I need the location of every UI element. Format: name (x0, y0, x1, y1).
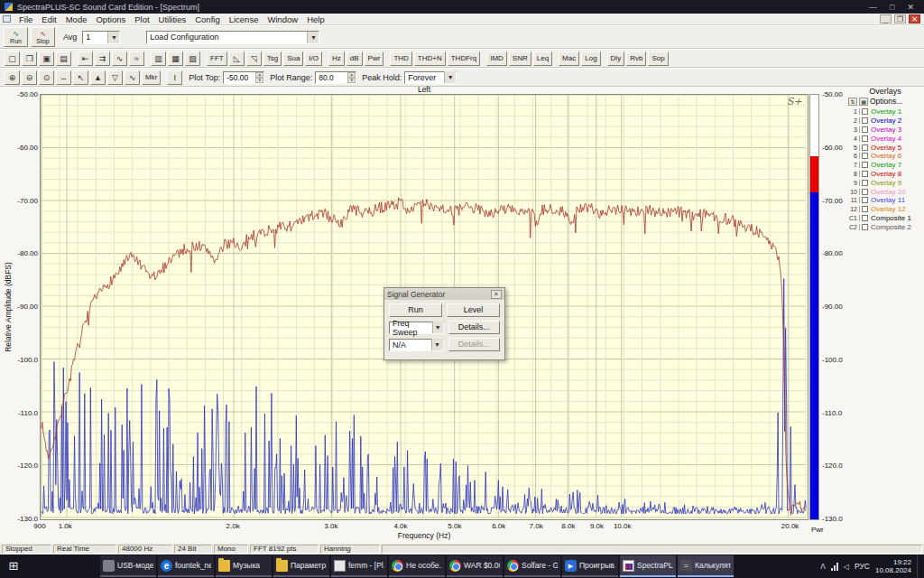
overlay-checkbox[interactable] (862, 180, 868, 186)
network-icon[interactable] (831, 563, 838, 571)
overlay-number[interactable]: 6 (848, 153, 860, 159)
stop-button[interactable]: ∿ Stop (31, 27, 55, 47)
thd-button[interactable]: THD (390, 51, 411, 66)
generator-details-button[interactable]: Details... (448, 321, 501, 334)
dly-button[interactable]: Dly (607, 51, 625, 66)
pan-icon[interactable]: ↔ (56, 70, 71, 85)
clock[interactable]: 19:22 10.08.2024 (875, 558, 911, 574)
taskbar-item[interactable]: efountek_ne... (158, 555, 214, 577)
surface-plot-icon[interactable]: ◹ (246, 51, 262, 66)
generator-mode2-select[interactable]: N/A ▼ (389, 339, 444, 351)
mdi-window-icon[interactable] (3, 15, 11, 23)
menu-item-window[interactable]: Window (263, 14, 302, 24)
octave-plot-icon[interactable]: ▦ (168, 51, 183, 66)
overlay-checkbox[interactable] (862, 126, 868, 133)
taskbar-item[interactable]: Solfare - G... (504, 555, 560, 577)
tray-expand-icon[interactable]: ᐱ (820, 563, 825, 571)
thd-freq-button[interactable]: THDFrq (448, 51, 480, 66)
zoom-in-icon[interactable]: ⊕ (5, 70, 20, 85)
save-icon[interactable]: ▣ (39, 51, 54, 66)
trace-icon[interactable]: ∿ (125, 70, 140, 85)
thd-n-button[interactable]: THD+N (414, 51, 446, 66)
avg-select[interactable]: 1 ▼ (82, 31, 120, 44)
overlay-number[interactable]: 5 (848, 144, 860, 151)
rvb-button[interactable]: Rvb (626, 51, 646, 66)
generator-run-button[interactable]: Run (389, 303, 442, 317)
tsg-button[interactable]: Tsg (263, 51, 282, 66)
overlay-checkbox[interactable] (862, 171, 868, 177)
overlay-number[interactable]: 1 (848, 108, 860, 115)
overlay-number[interactable]: C1 (848, 215, 860, 221)
marker-button[interactable]: Mkr (142, 70, 161, 85)
io-button[interactable]: I/O (305, 51, 322, 66)
maximize-button[interactable]: □ (890, 3, 894, 12)
zoom-reset-icon[interactable]: ⊙ (39, 70, 54, 85)
sua-button[interactable]: Sua (283, 51, 303, 66)
overlay-number[interactable]: 9 (848, 180, 860, 186)
overlay-number[interactable]: C2 (848, 224, 860, 230)
load-configuration-select[interactable]: Load Configuration ▼ (146, 31, 319, 44)
cursor-icon[interactable]: ↖ (73, 70, 88, 85)
menu-item-plot[interactable]: Plot (130, 14, 153, 24)
spectrogram-plot-icon[interactable]: ▨ (185, 51, 200, 66)
overlay-swap-icon[interactable]: ⇅ (848, 98, 857, 106)
zoom-out-icon[interactable]: ⊖ (22, 70, 37, 85)
db-button[interactable]: dB (346, 51, 363, 66)
menu-item-help[interactable]: Help (302, 14, 329, 24)
mdi-restore-button[interactable]: ❐ (894, 14, 906, 23)
minimize-button[interactable]: — (869, 3, 877, 12)
overlay-checkbox[interactable] (862, 108, 868, 115)
overlay-checkbox[interactable] (862, 189, 868, 195)
overlay-number[interactable]: 8 (848, 171, 860, 177)
taskbar-item[interactable]: Параметр... (273, 555, 329, 577)
close-button[interactable]: ✕ (907, 3, 914, 12)
pwr-button[interactable]: Pwr (365, 51, 384, 66)
overlay-number[interactable]: 3 (848, 126, 860, 133)
print-icon[interactable]: ▤ (56, 51, 71, 66)
menu-item-mode[interactable]: Mode (61, 14, 92, 24)
volume-icon[interactable]: ◁ (844, 563, 849, 571)
plot-range-input[interactable]: 80.0 ▲▼ (315, 71, 356, 84)
generator-level-button[interactable]: Level (447, 303, 500, 317)
overlay-checkbox[interactable] (862, 162, 868, 168)
overlay-grid-icon[interactable]: ▦ (859, 98, 868, 106)
menu-item-license[interactable]: License (225, 14, 263, 24)
dialog-close-icon[interactable]: ✕ (491, 290, 502, 299)
taskbar-item[interactable]: femm - [Pl... (331, 555, 387, 577)
run-button[interactable]: ∿ Run (4, 27, 28, 47)
plot-top-input[interactable]: -50.00 ▲▼ (223, 71, 264, 84)
fast-forward-icon[interactable]: ⇉ (95, 51, 110, 66)
dual-waveform-icon[interactable]: ≈ (129, 51, 144, 66)
start-button[interactable]: ⊞ (0, 555, 27, 578)
language-indicator[interactable]: РУС (855, 562, 870, 571)
overlay-number[interactable]: 12 (848, 206, 860, 212)
overlay-checkbox[interactable] (862, 153, 868, 159)
hz-button[interactable]: Hz (328, 51, 345, 66)
taskbar-item[interactable]: SpectraPLU... (620, 555, 676, 577)
valley-marker-icon[interactable]: ▽ (107, 70, 123, 85)
overlay-number[interactable]: 10 (848, 189, 860, 195)
menu-item-config[interactable]: Config (190, 14, 224, 24)
narrowband-plot-icon[interactable]: ▥ (151, 51, 166, 66)
fft-settings-button[interactable]: FFT (207, 51, 227, 66)
log-button[interactable]: Log (581, 51, 600, 66)
waveform-icon[interactable]: ∿ (112, 51, 127, 66)
overlay-checkbox[interactable] (862, 135, 868, 142)
sop-button[interactable]: Sop (648, 51, 668, 66)
menu-item-utilities[interactable]: Utilities (154, 14, 191, 24)
leq-button[interactable]: Leq (533, 51, 552, 66)
taskbar-item[interactable]: ▶Проигрыв... (562, 555, 618, 577)
mac-button[interactable]: Mac (559, 51, 579, 66)
menu-item-file[interactable]: File (14, 14, 37, 24)
overlay-checkbox[interactable] (862, 206, 868, 212)
mdi-close-button[interactable]: ✕ (909, 14, 920, 23)
mdi-minimize-button[interactable]: _ (880, 14, 892, 23)
generator-mode-select[interactable]: Freq Sweep ▼ (389, 322, 444, 334)
overlay-number[interactable]: 7 (848, 162, 860, 168)
overlay-checkbox[interactable] (862, 144, 868, 151)
new-file-icon[interactable]: ▢ (5, 51, 20, 66)
taskbar-item[interactable]: Не особе... (389, 555, 445, 577)
snr-button[interactable]: SNR (509, 51, 531, 66)
plot-range-spinner[interactable]: ▲▼ (347, 72, 356, 83)
overlay-number[interactable]: 2 (848, 117, 860, 124)
